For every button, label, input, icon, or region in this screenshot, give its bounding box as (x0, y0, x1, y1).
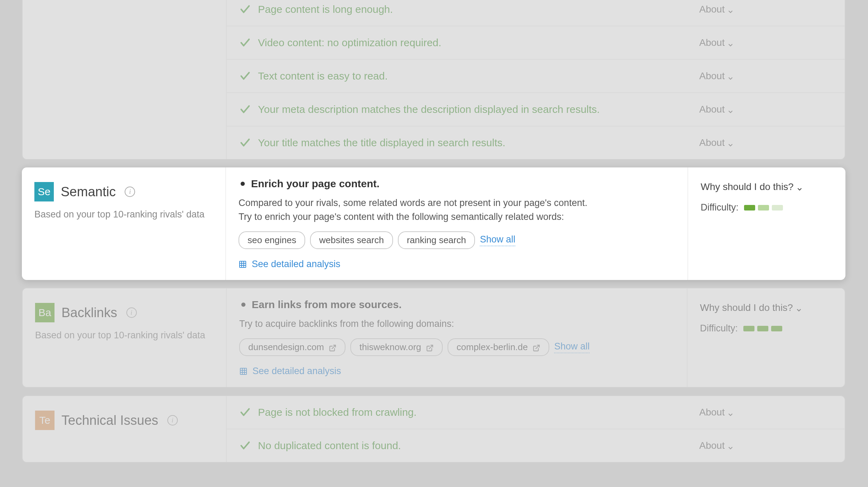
why-toggle[interactable]: Why should I do this? (700, 302, 802, 313)
check-row: Text content is easy to read. About (227, 60, 845, 93)
technical-card-mid: Page is not blocked from crawling. About… (227, 396, 845, 462)
checkmark-icon (239, 440, 251, 452)
about-toggle[interactable]: About (699, 37, 734, 48)
check-row: Page is not blocked from crawling. About (227, 396, 845, 429)
chevron-down-icon (727, 140, 734, 146)
about-toggle[interactable]: About (699, 137, 734, 148)
semantic-title: Semantic (61, 184, 116, 199)
backlinks-card-left: Ba Backlinks i Based on your top 10-rank… (23, 288, 227, 387)
chevron-down-icon (796, 184, 803, 190)
backlinks-headline: Earn links from more sources. (252, 299, 402, 311)
keyword-chip[interactable]: websites search (310, 231, 393, 249)
bullet-icon (241, 182, 245, 186)
check-row: Your title matches the title displayed i… (227, 126, 845, 159)
svg-line-6 (429, 345, 433, 348)
svg-line-5 (332, 345, 335, 348)
keyword-chip[interactable]: seo engines (239, 231, 305, 249)
see-detailed-link[interactable]: See detailed analysis (239, 259, 675, 270)
checkmark-icon (239, 104, 251, 115)
semantic-card-mid: Enrich your page content. Compared to yo… (226, 167, 687, 280)
difficulty-label: Difficulty: (700, 323, 738, 334)
about-toggle[interactable]: About (699, 440, 734, 451)
external-link-icon (426, 344, 434, 351)
backlinks-card: Ba Backlinks i Based on your top 10-rank… (22, 288, 845, 388)
about-toggle[interactable]: About (699, 71, 734, 82)
about-toggle[interactable]: About (699, 4, 734, 15)
chevron-down-icon (727, 409, 734, 415)
svg-rect-0 (240, 261, 246, 267)
technical-card-left: Te Technical Issues i (23, 396, 227, 462)
bullet-icon (241, 303, 245, 307)
check-row: No duplicated content is found. About (227, 429, 845, 462)
checkmark-icon (239, 406, 251, 418)
external-link-icon (329, 344, 336, 351)
see-detailed-link[interactable]: See detailed analysis (239, 366, 674, 377)
checkmark-icon (239, 37, 251, 49)
semantic-card-right: Why should I do this? Difficulty: (687, 167, 845, 280)
check-text: Page is not blocked from crawling. (258, 406, 417, 418)
technical-title: Technical Issues (61, 413, 158, 428)
chevron-down-icon (727, 6, 734, 13)
show-all-link[interactable]: Show all (480, 234, 515, 246)
technical-badge: Te (35, 411, 55, 430)
semantic-chips: seo engines websites search ranking sear… (239, 231, 675, 249)
show-all-link[interactable]: Show all (554, 341, 590, 353)
svg-line-7 (536, 345, 539, 348)
checks-card-mid: Page content is long enough. About Video… (227, 0, 845, 159)
difficulty-meter (744, 205, 783, 211)
checkmark-icon (239, 70, 251, 82)
chevron-down-icon (796, 305, 802, 311)
semantic-subtitle: Based on your top 10-ranking rivals' dat… (34, 209, 213, 220)
semantic-desc: Compared to your rivals, some related wo… (239, 196, 675, 224)
domain-chip[interactable]: dunsendesign.com (239, 338, 345, 356)
checkmark-icon (239, 137, 251, 149)
check-text: No duplicated content is found. (258, 440, 401, 452)
why-toggle[interactable]: Why should I do this? (701, 181, 803, 192)
technical-card: Te Technical Issues i Page is not blocke… (22, 395, 845, 463)
check-text: Text content is easy to read. (258, 70, 388, 82)
checks-card-left (23, 0, 227, 159)
check-text: Your meta description matches the descri… (258, 104, 600, 115)
check-row: Video content: no optimization required.… (227, 26, 845, 60)
check-row: Page content is long enough. About (227, 0, 845, 26)
check-text: Page content is long enough. (258, 3, 393, 15)
keyword-chip[interactable]: ranking search (398, 231, 475, 249)
semantic-card: Se Semantic i Based on your top 10-ranki… (22, 167, 845, 280)
backlinks-chips: dunsendesign.com thisweknow.org complex-… (239, 338, 674, 356)
semantic-badge: Se (34, 182, 54, 201)
checks-card: Page content is long enough. About Video… (22, 0, 845, 160)
backlinks-subtitle: Based on your top 10-ranking rivals' dat… (35, 330, 214, 341)
domain-chip[interactable]: thisweknow.org (350, 338, 443, 356)
domain-chip[interactable]: complex-berlin.de (448, 338, 549, 356)
backlinks-title: Backlinks (61, 305, 117, 320)
backlinks-card-mid: Earn links from more sources. Try to acq… (227, 288, 687, 387)
check-text: Your title matches the title displayed i… (258, 137, 506, 149)
semantic-card-left: Se Semantic i Based on your top 10-ranki… (22, 167, 226, 280)
chevron-down-icon (727, 106, 734, 113)
chevron-down-icon (727, 443, 734, 449)
info-icon[interactable]: i (125, 187, 135, 197)
semantic-headline: Enrich your page content. (251, 178, 379, 190)
about-toggle[interactable]: About (699, 407, 734, 418)
difficulty-meter (743, 326, 782, 331)
chevron-down-icon (727, 40, 734, 46)
check-text: Video content: no optimization required. (258, 37, 441, 49)
info-icon[interactable]: i (167, 415, 178, 426)
table-icon (239, 260, 247, 269)
table-icon (239, 367, 248, 375)
backlinks-badge: Ba (35, 303, 55, 322)
backlinks-desc: Try to acquire backlinks from the follow… (239, 317, 674, 331)
info-icon[interactable]: i (126, 307, 137, 318)
backlinks-card-right: Why should I do this? Difficulty: (687, 288, 845, 387)
svg-rect-8 (240, 368, 247, 374)
check-row: Your meta description matches the descri… (227, 93, 845, 126)
checkmark-icon (239, 3, 251, 15)
difficulty-label: Difficulty: (701, 202, 738, 213)
chevron-down-icon (727, 73, 734, 79)
external-link-icon (533, 344, 540, 351)
about-toggle[interactable]: About (699, 104, 734, 115)
